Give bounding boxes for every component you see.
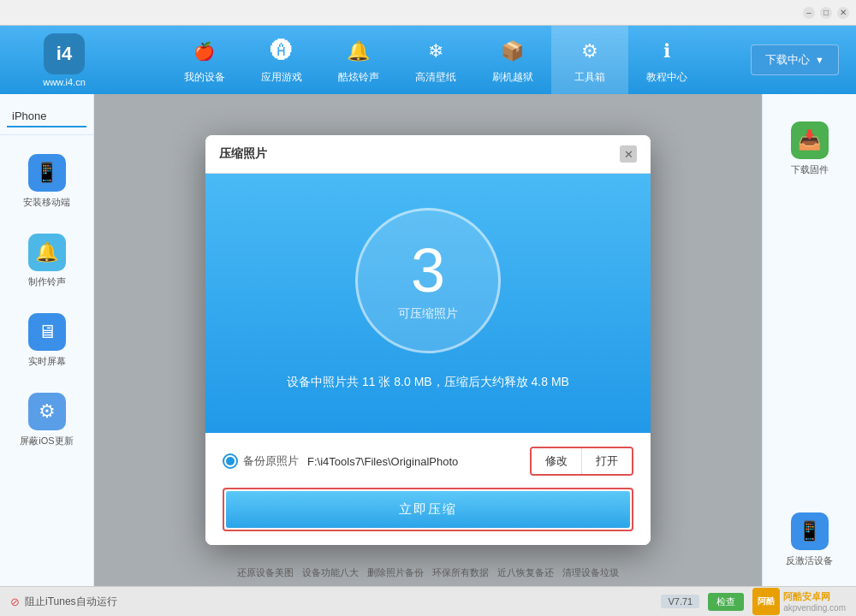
block-update-icon: ⚙: [28, 393, 66, 430]
title-bar: – □ ✕: [0, 0, 856, 26]
left-sidebar: iPhone 📱 安装移动端 🔔 制作铃声 🖥 实时屏幕 ⚙ 屏蔽iOS更新: [0, 94, 94, 586]
ringtone-icon: 🔔: [343, 36, 374, 67]
iphone-tab[interactable]: iPhone: [7, 106, 86, 127]
path-value: F:\i4Tools7\Files\OriginalPhoto: [307, 455, 521, 468]
nav-label-jailbreak: 刷机越狱: [492, 70, 533, 85]
screen-icon: 🖥: [28, 313, 66, 351]
wallpaper-icon: ❄: [420, 36, 451, 67]
sidebar-item-install-app[interactable]: 📱 安装移动端: [4, 144, 89, 219]
photo-count-label: 可压缩照片: [398, 306, 458, 322]
nav-item-my-device[interactable]: 🍎 我的设备: [166, 26, 243, 94]
sidebar-label-activate: 反激活设备: [786, 554, 833, 567]
bottom-right: V7.71 检查 阿酷 阿酷安卓网 akpvending.com: [661, 588, 846, 615]
logo-subtitle: www.i4.cn: [43, 77, 86, 87]
minimize-button[interactable]: –: [803, 7, 815, 19]
stop-itunes-label: 阻止iTunes自动运行: [25, 595, 117, 609]
sidebar-ringtone-icon: 🔔: [28, 234, 66, 271]
install-app-icon: 📱: [28, 154, 66, 192]
tools-icon: ⚙: [574, 36, 605, 67]
apps-icon: 🅐: [266, 36, 297, 67]
sidebar-label-ringtone: 制作铃声: [28, 275, 66, 288]
modal-header: 压缩照片 ✕: [205, 135, 651, 174]
close-button[interactable]: ✕: [837, 7, 849, 19]
nav-item-tools[interactable]: ⚙ 工具箱: [551, 26, 628, 94]
compress-btn-row: 立即压缩: [223, 488, 633, 531]
main-area: iPhone 📱 安装移动端 🔔 制作铃声 🖥 实时屏幕 ⚙ 屏蔽iOS更新: [0, 94, 856, 586]
nav-label-tutorial: 教程中心: [646, 70, 687, 85]
path-row: 备份原照片 F:\i4Tools7\Files\OriginalPhoto 修改…: [223, 447, 633, 476]
nav-item-tutorial[interactable]: ℹ 教程中心: [628, 26, 705, 94]
compress-button[interactable]: 立即压缩: [226, 491, 630, 528]
nav-label-apps: 应用游戏: [261, 70, 302, 85]
modal-body: 3 可压缩照片 设备中照片共 11 张 8.0 MB，压缩后大约释放 4.8 M…: [205, 174, 651, 433]
photo-count-number: 3: [411, 240, 445, 301]
logo-area: i4 www.i4.cn: [9, 33, 120, 87]
sidebar-label-screen: 实时屏幕: [28, 355, 66, 368]
sidebar-item-download-firmware[interactable]: 📥 下载固件: [767, 111, 852, 187]
nav-item-jailbreak[interactable]: 📦 刷机越狱: [474, 26, 551, 94]
download-btn-label: 下载中心: [765, 52, 810, 68]
watermark: 阿酷 阿酷安卓网 akpvending.com: [752, 588, 846, 615]
checkbox-icon: [223, 453, 238, 469]
path-action-buttons: 修改 打开: [530, 447, 633, 476]
nav-item-apps[interactable]: 🅐 应用游戏: [243, 26, 320, 94]
logo-icon: i4: [44, 33, 85, 74]
stop-itunes-icon: ⊘: [10, 595, 20, 608]
maximize-button[interactable]: □: [820, 7, 832, 19]
nav-item-wallpaper[interactable]: ❄ 高清壁纸: [397, 26, 474, 94]
nav-item-ringtone[interactable]: 🔔 酷炫铃声: [320, 26, 397, 94]
watermark-text: 阿酷安卓网 akpvending.com: [783, 590, 846, 613]
version-label: V7.71: [661, 595, 699, 608]
modal-title: 压缩照片: [219, 146, 267, 162]
sidebar-label-install-app: 安装移动端: [23, 196, 70, 209]
modify-button[interactable]: 修改: [532, 448, 582, 474]
compress-photo-modal: 压缩照片 ✕ 3 可压缩照片 设备中照片共 11 张 8.0 MB，压缩后大约释…: [205, 135, 651, 545]
sidebar-item-activate[interactable]: 📱 反激活设备: [767, 502, 852, 578]
nav-label-tools: 工具箱: [574, 70, 605, 85]
sidebar-item-block-update[interactable]: ⚙ 屏蔽iOS更新: [4, 382, 89, 458]
sidebar-label-block-update: 屏蔽iOS更新: [20, 435, 73, 447]
backup-checkbox[interactable]: 备份原照片: [223, 453, 299, 469]
nav-label-ringtone: 酷炫铃声: [338, 70, 379, 85]
bottom-left: ⊘ 阻止iTunes自动运行: [10, 595, 117, 609]
modal-footer: 备份原照片 F:\i4Tools7\Files\OriginalPhoto 修改…: [205, 433, 651, 545]
nav-label-wallpaper: 高清壁纸: [415, 70, 456, 85]
sidebar-item-screen[interactable]: 🖥 实时屏幕: [4, 303, 89, 378]
open-button[interactable]: 打开: [582, 448, 632, 474]
content-area: 还原设备美图 设备功能八大 删除照片备份 环保所有数据 近八恢复备还 清理设备垃…: [94, 94, 762, 586]
bottom-bar: ⊘ 阻止iTunes自动运行 V7.71 检查 阿酷 阿酷安卓网 akpvend…: [0, 586, 856, 616]
nav-items: 🍎 我的设备 🅐 应用游戏 🔔 酷炫铃声 ❄ 高清壁纸 📦 刷机越狱 ⚙ 工具箱…: [120, 26, 751, 94]
modal-overlay: 压缩照片 ✕ 3 可压缩照片 设备中照片共 11 张 8.0 MB，压缩后大约释…: [94, 94, 762, 586]
download-firmware-icon: 📥: [791, 121, 829, 159]
jailbreak-icon: 📦: [497, 36, 528, 67]
watermark-logo: 阿酷: [752, 588, 780, 615]
check-button[interactable]: 检查: [708, 593, 744, 611]
top-nav: i4 www.i4.cn 🍎 我的设备 🅐 应用游戏 🔔 酷炫铃声 ❄ 高清壁纸…: [0, 26, 856, 94]
sidebar-item-ringtone[interactable]: 🔔 制作铃声: [4, 223, 89, 299]
download-center-button[interactable]: 下载中心 ▼: [751, 44, 839, 75]
apple-icon: 🍎: [189, 36, 220, 67]
tutorial-icon: ℹ: [651, 36, 682, 67]
activate-icon: 📱: [791, 512, 829, 550]
right-sidebar: 📥 下载固件 📱 反激活设备: [762, 94, 856, 586]
photo-count-circle: 3 可压缩照片: [355, 208, 501, 353]
watermark-site-name: 阿酷安卓网: [783, 590, 846, 603]
photo-info-text: 设备中照片共 11 张 8.0 MB，压缩后大约释放 4.8 MB: [287, 375, 569, 390]
backup-label: 备份原照片: [243, 453, 299, 469]
watermark-url: akpvending.com: [783, 603, 846, 613]
checkbox-check-mark: [226, 457, 235, 465]
download-arrow-icon: ▼: [815, 55, 824, 65]
sidebar-label-download-firmware: 下载固件: [791, 163, 829, 176]
modal-close-button[interactable]: ✕: [620, 145, 637, 163]
nav-label-my-device: 我的设备: [184, 70, 225, 85]
